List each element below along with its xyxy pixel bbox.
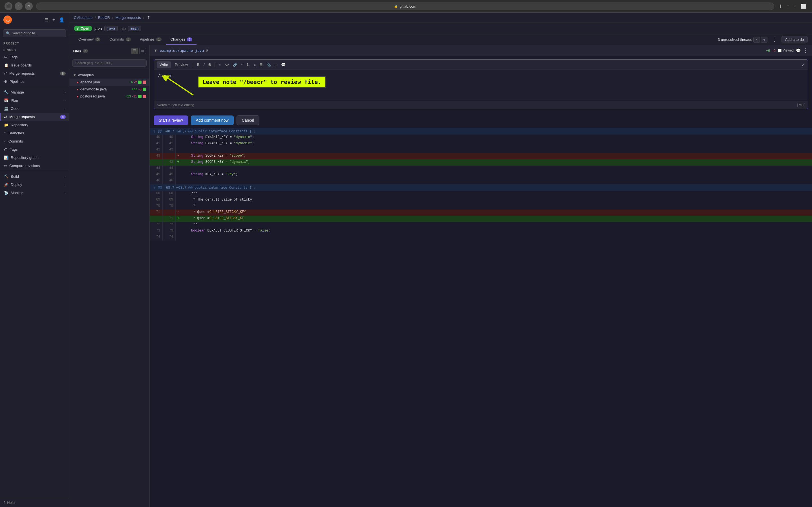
- old-line-num-45: 45: [150, 172, 163, 178]
- breadcrumb-beecr[interactable]: BeeCR: [98, 15, 110, 20]
- bold-button[interactable]: B: [195, 62, 201, 68]
- sidebar-item-merge-requests[interactable]: ⇄ Merge requests 8: [0, 113, 69, 121]
- folder-icon: ▼: [73, 73, 77, 77]
- sidebar-item-branches[interactable]: ⑂ Branches: [0, 129, 69, 137]
- hunk-expand-down-1[interactable]: ↓: [254, 129, 256, 133]
- tab-overview[interactable]: Overview 3: [74, 34, 105, 45]
- thread-down-button[interactable]: ∨: [761, 37, 767, 43]
- editor-content[interactable]: /beecr: [154, 70, 808, 101]
- reload-button[interactable]: ↻: [25, 2, 33, 10]
- file-genymobile-java[interactable]: ■ genymobile.java +44 -0: [69, 86, 149, 93]
- diff-file-header: ▼ examples/apache.java ⎘ +6 -2 Viewed 💬 …: [150, 45, 812, 56]
- genymobile-add: +44: [132, 87, 137, 91]
- windows-button[interactable]: ⬜: [800, 3, 808, 10]
- sidebar-item-tags[interactable]: 🏷 Tags: [0, 53, 69, 61]
- user-avatar[interactable]: 👤: [58, 16, 66, 24]
- files-title: Files 3: [73, 49, 88, 53]
- download-button[interactable]: ⬇: [777, 3, 783, 10]
- compare-icon: ⇔: [4, 164, 7, 168]
- ordered-list-button[interactable]: 1.: [245, 62, 251, 68]
- diff-collapse-button[interactable]: ▼: [154, 48, 158, 53]
- search-box[interactable]: 🔍 Search or go to...: [3, 29, 66, 37]
- sidebar-item-issue-boards[interactable]: 📋 Issue boards: [0, 61, 69, 69]
- forward-button[interactable]: ›: [15, 2, 22, 10]
- list-view-button[interactable]: ☰: [131, 48, 138, 54]
- diff-more-button[interactable]: ⋮: [803, 47, 808, 54]
- table-button[interactable]: ⊞: [258, 62, 264, 68]
- sidebar-group-code[interactable]: 💻 Code ›: [0, 105, 69, 113]
- viewed-check[interactable]: [778, 49, 781, 52]
- line-content-71r: * @see #CLUSTER_STICKY_KEY: [181, 210, 812, 216]
- editor-tab-preview[interactable]: Preview: [172, 61, 191, 68]
- sidebar-group-build[interactable]: 🔨 Build ›: [0, 172, 69, 180]
- sidebar-group-deploy[interactable]: 🚀 Deploy ›: [0, 180, 69, 189]
- strikethrough-button[interactable]: S: [207, 62, 212, 68]
- diff-comment-button[interactable]: 💬: [796, 48, 801, 53]
- annotation-text: Leave note "/beecr" to review file.: [202, 78, 321, 86]
- help-item[interactable]: ? Help: [0, 498, 69, 507]
- list-button[interactable]: ≡: [217, 62, 222, 68]
- old-line-num-43a: [150, 159, 163, 166]
- tag-icon: 🏷: [4, 55, 8, 59]
- files-header: Files 3 ☰ ⊞: [69, 45, 149, 57]
- folder-examples[interactable]: ▼ examples: [69, 71, 149, 78]
- breadcrumb-merge-requests[interactable]: Merge requests: [115, 15, 141, 20]
- file-apache-java[interactable]: ■ apache.java +6 -2: [69, 78, 149, 86]
- tab-changes-label: Changes: [170, 37, 185, 41]
- tab-changes[interactable]: Changes 3: [166, 34, 197, 45]
- sidebar-group-monitor[interactable]: 📡 Monitor ›: [0, 189, 69, 197]
- diff-line-69: 69 69 * The default value of sticky: [150, 197, 812, 203]
- emoji-button[interactable]: 💬: [280, 62, 287, 68]
- hunk-expand-up-1[interactable]: ↑: [154, 129, 156, 133]
- sidebar-item-tags-code[interactable]: 🏷 Tags: [0, 145, 69, 154]
- sidebar-item-repository-graph[interactable]: 📊 Repository graph: [0, 154, 69, 162]
- tabs-more-button[interactable]: ⋮: [770, 36, 779, 44]
- diff-copy-button[interactable]: ⎘: [206, 48, 208, 52]
- line-sign-46: [175, 178, 181, 184]
- viewed-checkbox[interactable]: Viewed: [778, 48, 794, 52]
- new-tab-button[interactable]: +: [793, 3, 797, 10]
- line-sign-70: [175, 203, 181, 210]
- files-search-area: [69, 57, 149, 69]
- thread-up-button[interactable]: ∧: [753, 37, 760, 43]
- attachment-button[interactable]: 📎: [265, 62, 272, 68]
- tab-pipelines[interactable]: Pipelines 1: [135, 34, 166, 45]
- sidebar-add-button[interactable]: +: [51, 16, 56, 24]
- hunk-expand-down-2[interactable]: ↓: [254, 185, 256, 190]
- start-review-button[interactable]: Start a review: [154, 115, 188, 125]
- sidebar-top: 🦊 ☰ + 👤: [0, 13, 69, 27]
- bullet-list-button[interactable]: •: [240, 62, 244, 68]
- annotation-arrow-svg: [162, 75, 196, 98]
- sidebar-item-repository[interactable]: 📁 Repository: [0, 121, 69, 129]
- sidebar-item-commits[interactable]: ○ Commits: [0, 137, 69, 145]
- cancel-button[interactable]: Cancel: [237, 115, 260, 125]
- file-postgresql-java[interactable]: ■ postgresql.java +13 -11: [69, 93, 149, 100]
- hunk-expand-up-2[interactable]: ↑: [154, 185, 156, 190]
- editor-tab-write[interactable]: Write: [157, 61, 171, 68]
- address-bar[interactable]: 🔒 gitlab.com: [36, 3, 774, 10]
- embed-button[interactable]: □: [273, 62, 278, 68]
- share-button[interactable]: ↑: [786, 3, 790, 10]
- old-line-num-68: 68: [150, 191, 163, 197]
- tab-commits[interactable]: Commits 1: [105, 34, 135, 45]
- sidebar-toggle-button[interactable]: ☰: [43, 16, 50, 24]
- add-comment-button[interactable]: Add comment now: [191, 115, 234, 125]
- files-search-input[interactable]: [72, 59, 147, 67]
- quote-button[interactable]: «: [252, 62, 257, 68]
- add-todo-button[interactable]: Add a to do: [781, 36, 808, 43]
- line-content-44: [181, 166, 812, 172]
- sidebar-item-compare-revisions[interactable]: ⇔ Compare revisions: [0, 162, 69, 170]
- editor-switch-text[interactable]: Switch to rich text editing: [157, 103, 194, 107]
- back-button[interactable]: ⬛: [4, 2, 12, 10]
- sidebar-group-manage[interactable]: 🔧 Manage ›: [0, 88, 69, 96]
- code-button[interactable]: <>: [223, 62, 231, 68]
- italic-button[interactable]: I: [202, 62, 206, 68]
- breadcrumb-cvisionlab[interactable]: CVisionLab: [74, 15, 93, 20]
- link-button[interactable]: 🔗: [232, 62, 239, 68]
- sidebar-group-plan[interactable]: 📅 Plan ›: [0, 96, 69, 105]
- editor-expand-button[interactable]: ⤢: [802, 62, 805, 67]
- line-content-43r: String SCOPE_KEY = "scope";: [181, 153, 812, 159]
- sidebar-item-pipelines-pinned[interactable]: ⚙ Pipelines: [0, 77, 69, 86]
- sidebar-item-merge-requests-pinned[interactable]: ⇄ Merge requests 8: [0, 69, 69, 77]
- tree-view-button[interactable]: ⊞: [139, 48, 146, 54]
